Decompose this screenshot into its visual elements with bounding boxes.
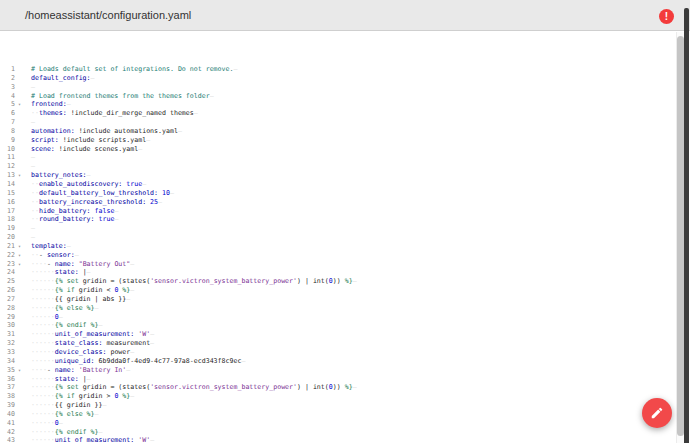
- code-line[interactable]: 40······{% else %}–: [0, 410, 676, 419]
- code-line[interactable]: 41······0–: [0, 419, 676, 428]
- fold-caret-icon[interactable]: ▾: [15, 251, 31, 260]
- code-line[interactable]: 26······{% if gridin < 0 %}–: [0, 286, 676, 295]
- code-line[interactable]: 12–: [0, 162, 676, 171]
- line-number: 31: [0, 330, 15, 339]
- line-text: ····- name: "Battery Out"–: [31, 260, 134, 269]
- code-line[interactable]: 25······{% set gridin = (states('sensor.…: [0, 277, 676, 286]
- code-line[interactable]: 4# Load frontend themes from the themes …: [0, 92, 676, 101]
- scrollbar-thumb[interactable]: [677, 36, 684, 436]
- code-line[interactable]: 29······0–: [0, 313, 676, 322]
- line-number: 17: [0, 207, 15, 216]
- fold-spacer: [15, 330, 31, 339]
- line-number: 34: [0, 357, 15, 366]
- code-line[interactable]: 36······state: |–: [0, 375, 676, 384]
- fold-spacer: [15, 189, 31, 198]
- line-number: 24: [0, 268, 15, 277]
- code-line[interactable]: 16··battery_increase_threshold: 25–: [0, 198, 676, 207]
- code-line[interactable]: 42······{% endif %}–: [0, 428, 676, 437]
- code-line[interactable]: 5▾frontend:–: [0, 100, 676, 109]
- edit-fab-button[interactable]: [642, 398, 672, 428]
- line-text: ······{{ gridin | abs }}–: [31, 295, 130, 304]
- code-line[interactable]: 28······{% else %}–: [0, 304, 676, 313]
- line-number: 5: [0, 100, 15, 109]
- fold-spacer: [15, 436, 31, 443]
- code-line[interactable]: 39······{{ gridin }}–: [0, 401, 676, 410]
- line-number: 15: [0, 189, 15, 198]
- code-line[interactable]: 7–: [0, 118, 676, 127]
- editor-header: /homeassistant/configuration.yaml !: [0, 0, 690, 31]
- fold-caret-icon[interactable]: ▾: [15, 171, 31, 180]
- fold-caret-icon[interactable]: ▾: [15, 100, 31, 109]
- code-line[interactable]: 19–: [0, 224, 676, 233]
- fold-caret-icon[interactable]: ▾: [15, 242, 31, 251]
- line-text: ··themes: !include_dir_merge_named theme…: [31, 109, 198, 118]
- fold-spacer: [15, 410, 31, 419]
- code-line[interactable]: 21▾template:–: [0, 242, 676, 251]
- code-line[interactable]: 43······unit_of_measurement: 'W'–: [0, 436, 676, 443]
- code-line[interactable]: 2default_config:–: [0, 74, 676, 83]
- line-text: ··enable_autodiscovery: true–: [31, 180, 146, 189]
- line-text: –: [31, 162, 35, 171]
- error-badge[interactable]: !: [659, 9, 674, 24]
- line-number: 33: [0, 348, 15, 357]
- line-number: 39: [0, 401, 15, 410]
- line-number: 18: [0, 215, 15, 224]
- code-line[interactable]: 30······{% endif %}–: [0, 321, 676, 330]
- code-line[interactable]: 6··themes: !include_dir_merge_named them…: [0, 109, 676, 118]
- code-line[interactable]: 27······{{ gridin | abs }}–: [0, 295, 676, 304]
- line-number: 6: [0, 109, 15, 118]
- line-text: battery_notes:–: [31, 171, 91, 180]
- code-line[interactable]: 22▾··- sensor:–: [0, 251, 676, 260]
- line-text: ····- name: 'Battery In'–: [31, 366, 130, 375]
- line-text: ······state_class: measurement–: [31, 339, 154, 348]
- code-line[interactable]: 38······{% if gridin > 0 %}–: [0, 392, 676, 401]
- code-line[interactable]: 15··default_battery_low_threshold: 10–: [0, 189, 676, 198]
- file-editor-app: /homeassistant/configuration.yaml ! 1# L…: [0, 0, 690, 443]
- code-line[interactable]: 3–: [0, 83, 676, 92]
- code-line[interactable]: 34······unique_id: 6b9dda0f-4ed9-4c77-97…: [0, 357, 676, 366]
- fold-caret-icon[interactable]: ▾: [15, 366, 31, 375]
- line-number: 3: [0, 83, 15, 92]
- code-line[interactable]: 13▾battery_notes:–: [0, 171, 676, 180]
- code-line[interactable]: 8automation: !include automations.yaml–: [0, 127, 676, 136]
- fold-spacer: [15, 313, 31, 322]
- line-text: –: [31, 224, 35, 233]
- line-text: ······{% else %}–: [31, 410, 99, 419]
- code-line[interactable]: 9script: !include scripts.yaml–: [0, 136, 676, 145]
- code-line[interactable]: 35▾····- name: 'Battery In'–: [0, 366, 676, 375]
- code-editor[interactable]: 1# Loads default set of integrations. Do…: [0, 32, 676, 443]
- line-text: ··- sensor:–: [31, 251, 79, 260]
- code-line[interactable]: 23▾····- name: "Battery Out"–: [0, 260, 676, 269]
- code-line[interactable]: 1# Loads default set of integrations. Do…: [0, 65, 676, 74]
- code-line[interactable]: 33······device_class: power–: [0, 348, 676, 357]
- line-number: 12: [0, 162, 15, 171]
- code-line[interactable]: 17··hide_battery: false–: [0, 207, 676, 216]
- line-number: 26: [0, 286, 15, 295]
- code-line[interactable]: 18··round_battery: true–: [0, 215, 676, 224]
- code-line[interactable]: 10scene: !include scenes.yaml–: [0, 145, 676, 154]
- code-line[interactable]: 20–: [0, 233, 676, 242]
- line-text: ··round_battery: true–: [31, 215, 118, 224]
- line-number: 30: [0, 321, 15, 330]
- line-text: ······{% endif %}–: [31, 428, 102, 437]
- fold-caret-icon[interactable]: ▾: [15, 260, 31, 269]
- code-line[interactable]: 37······{% set gridin = (states('sensor.…: [0, 383, 676, 392]
- code-line[interactable]: 32······state_class: measurement–: [0, 339, 676, 348]
- fold-spacer: [15, 295, 31, 304]
- fold-spacer: [15, 321, 31, 330]
- fold-spacer: [15, 339, 31, 348]
- code-line[interactable]: 31······unit_of_measurement: 'W'–: [0, 330, 676, 339]
- line-number: 32: [0, 339, 15, 348]
- line-number: 4: [0, 92, 15, 101]
- fold-spacer: [15, 277, 31, 286]
- fold-spacer: [15, 92, 31, 101]
- code-line[interactable]: 24······state: |–: [0, 268, 676, 277]
- line-number: 23: [0, 260, 15, 269]
- line-number: 27: [0, 295, 15, 304]
- line-text: ······device_class: power–: [31, 348, 134, 357]
- code-line[interactable]: 11–: [0, 153, 676, 162]
- code-line[interactable]: 14··enable_autodiscovery: true–: [0, 180, 676, 189]
- fold-spacer: [15, 153, 31, 162]
- fold-spacer: [15, 109, 31, 118]
- fold-spacer: [15, 383, 31, 392]
